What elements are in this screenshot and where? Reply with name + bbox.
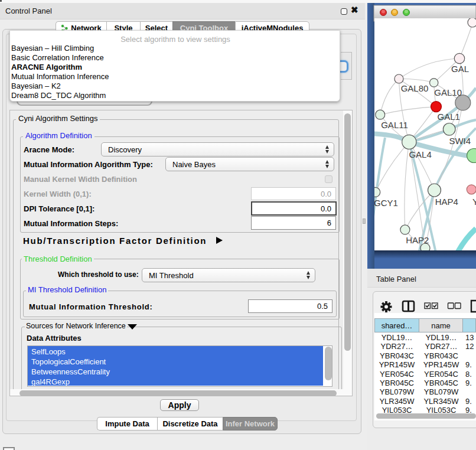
svg-text:GAL: GAL <box>451 64 469 74</box>
svg-text:GCY1: GCY1 <box>374 198 398 208</box>
svg-text:GAL11: GAL11 <box>381 120 408 130</box>
svg-text:SWI4: SWI4 <box>449 136 471 146</box>
svg-text:GAL80: GAL80 <box>401 83 429 93</box>
svg-text:HAP4: HAP4 <box>435 197 458 207</box>
svg-text:GAL10: GAL10 <box>434 87 462 97</box>
svg-text:GAL1: GAL1 <box>438 112 460 122</box>
svg-text:HAP2: HAP2 <box>406 235 429 245</box>
svg-text:Y: Y <box>472 197 476 207</box>
svg-text:GAL4: GAL4 <box>409 149 431 159</box>
